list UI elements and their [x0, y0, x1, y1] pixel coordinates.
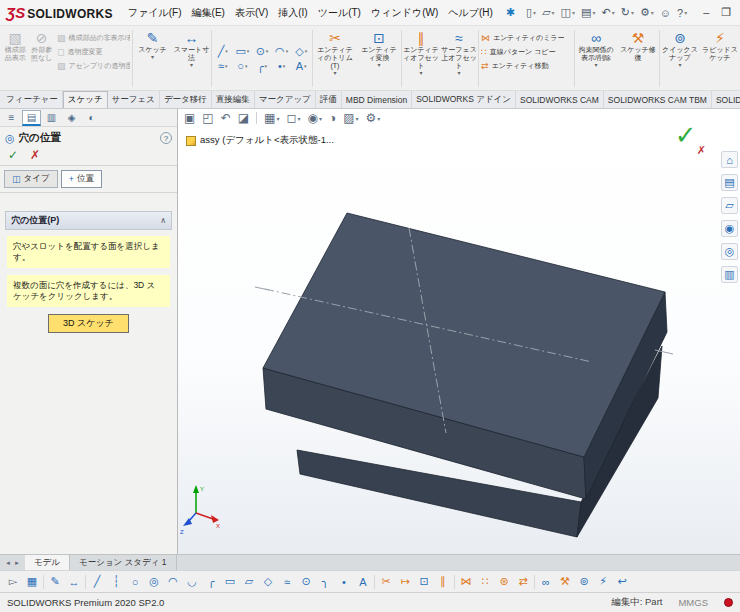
- unit-system-label[interactable]: MMGS: [678, 597, 708, 608]
- help-circle-icon[interactable]: ?: [160, 132, 172, 144]
- tab-solidworks-cam[interactable]: SOLIDWORKS CAM: [516, 91, 604, 108]
- open-button[interactable]: ▱▾: [539, 5, 557, 20]
- view-settings-icon[interactable]: ⚙: [366, 111, 381, 125]
- select-tool-icon[interactable]: ▻: [5, 573, 21, 590]
- tab-sketch[interactable]: スケッチ: [63, 91, 108, 108]
- exit-sketch-icon[interactable]: ↩: [614, 573, 630, 590]
- linear-pattern-button[interactable]: ∷直線パターン コピー: [481, 47, 564, 57]
- model-tab[interactable]: モデル: [25, 555, 70, 570]
- close-button[interactable]: ×: [736, 6, 740, 19]
- tab-scroll-right-icon[interactable]: ►: [14, 560, 20, 566]
- smart-dimension-icon[interactable]: ↔: [66, 573, 82, 590]
- line-tool-button[interactable]: ╱: [214, 45, 232, 58]
- community-icon[interactable]: ◎: [721, 243, 738, 260]
- text-icon[interactable]: A: [355, 573, 371, 590]
- tab-solidworks-cam-tbm[interactable]: SOLIDWORKS CAM TBM: [604, 91, 712, 108]
- cancel-button[interactable]: ✗: [30, 148, 40, 162]
- move-entities-icon[interactable]: ⇄: [515, 573, 531, 590]
- spline-tool-button[interactable]: ≈: [214, 60, 232, 73]
- tab-hole-position[interactable]: + 位置: [61, 170, 102, 188]
- repair-sketch-button[interactable]: ⚒ スケッチ修復: [617, 27, 659, 90]
- configurationmanager-tab[interactable]: ▥: [42, 110, 61, 126]
- line-icon[interactable]: ╱: [89, 573, 105, 590]
- tangent-arc-icon[interactable]: ◡: [184, 573, 200, 590]
- zoom-area-icon[interactable]: ◰: [202, 111, 213, 125]
- hide-show-items-icon[interactable]: ◉: [307, 111, 322, 125]
- help-button[interactable]: ?▾: [674, 6, 690, 20]
- undo-button[interactable]: ↶▾: [598, 5, 617, 20]
- menu-view[interactable]: 表示(V): [230, 3, 273, 23]
- trim-entities-icon[interactable]: ✂: [378, 573, 394, 590]
- tab-data-migration[interactable]: データ移行: [160, 91, 212, 108]
- design-library-icon[interactable]: ▤: [721, 174, 738, 191]
- save-button[interactable]: ◫▾: [558, 5, 578, 20]
- ellipse-tool-button[interactable]: ○: [234, 60, 252, 73]
- minimize-button[interactable]: –: [696, 6, 716, 19]
- dimxpertmanager-tab[interactable]: ◈: [62, 110, 81, 126]
- tab-surfaces[interactable]: サーフェス: [108, 91, 160, 108]
- spline-icon[interactable]: ≈: [279, 573, 295, 590]
- zoom-fit-icon[interactable]: ▣: [184, 111, 195, 125]
- offset-entities-button[interactable]: ∥ エンティティオフセット: [402, 27, 440, 90]
- repair-sketch-icon[interactable]: ⚒: [557, 573, 573, 590]
- resources-icon[interactable]: ◉: [721, 220, 738, 237]
- convert-entities-icon[interactable]: ⊡: [416, 573, 432, 590]
- centerline-icon[interactable]: ┆: [108, 573, 124, 590]
- motion-study-tab[interactable]: モーション スタディ 1: [70, 555, 177, 570]
- file-explorer-icon[interactable]: ▱: [721, 197, 738, 214]
- menu-tools[interactable]: ツール(T): [313, 3, 366, 23]
- sketch-icon[interactable]: ✎: [47, 573, 63, 590]
- sketch-fillet-icon[interactable]: ╮: [317, 573, 333, 590]
- no-external-reference-button[interactable]: ⊘ 外部参照なし: [28, 27, 54, 90]
- point-tool-button[interactable]: •: [273, 60, 291, 73]
- menu-window[interactable]: ウィンドウ(W): [366, 3, 443, 23]
- display-relations-icon[interactable]: ∞: [538, 573, 554, 590]
- circle-tool-button[interactable]: ⊙: [253, 45, 271, 58]
- grid-snap-icon[interactable]: ▦: [24, 573, 40, 590]
- rapid-sketch-button[interactable]: ⚡ ラピッドスケッチ: [700, 27, 740, 90]
- display-style-icon[interactable]: ◻: [286, 111, 300, 125]
- tab-mbd-dimension[interactable]: MBD Dimension: [342, 91, 412, 108]
- trim-entities-button[interactable]: ✂ エンティティのトリム(T): [313, 27, 357, 90]
- ellipse-icon[interactable]: ⊙: [298, 573, 314, 590]
- smart-dimension-button[interactable]: ↔ スマート寸法: [172, 27, 211, 90]
- login-button[interactable]: ☺: [657, 6, 674, 20]
- tab-features[interactable]: フィーチャー: [2, 91, 63, 108]
- polygon-icon[interactable]: ◇: [260, 573, 276, 590]
- assembly-transparency-button[interactable]: ▨アセンブリの透明度: [57, 61, 130, 71]
- hole-position-group-header[interactable]: 穴の位置(P) ∧: [5, 211, 172, 230]
- cancel-sketch-button[interactable]: ✗: [697, 144, 706, 157]
- component-display-button[interactable]: ▧ 構成部品表示: [2, 27, 28, 90]
- model-view[interactable]: Y X Z: [178, 109, 740, 554]
- featuremanager-tree-tab[interactable]: ≡: [2, 110, 21, 126]
- linear-pattern-icon[interactable]: ∷: [477, 573, 493, 590]
- circle-icon[interactable]: ○: [127, 573, 143, 590]
- menu-edit[interactable]: 編集(E): [187, 3, 230, 23]
- rapid-sketch-icon[interactable]: ⚡: [595, 573, 611, 590]
- 3d-sketch-button[interactable]: 3D スケッチ: [48, 314, 129, 333]
- print-button[interactable]: ▤▾: [578, 5, 598, 20]
- section-view-icon[interactable]: ◪: [238, 111, 249, 125]
- tab-markup[interactable]: マークアップ: [255, 91, 316, 108]
- sketch-button[interactable]: ✎ スケッチ: [133, 27, 172, 90]
- three-point-arc-icon[interactable]: ╭: [203, 573, 219, 590]
- tab-evaluate[interactable]: 評価: [316, 91, 342, 108]
- point-icon[interactable]: •: [336, 573, 352, 590]
- corner-rectangle-icon[interactable]: ▭: [222, 573, 238, 590]
- menu-file[interactable]: ファイル(F): [123, 3, 187, 23]
- view-orientation-icon[interactable]: ▦: [264, 111, 279, 125]
- arc-tool-button[interactable]: ◠: [273, 45, 291, 58]
- centerpoint-arc-icon[interactable]: ◠: [165, 573, 181, 590]
- tab-solidworks-addins[interactable]: SOLIDWORKS アドイン: [412, 91, 516, 108]
- graphics-area[interactable]: Y X Z ▣ ◰ ↶ ◪ ▦ ◻ ◉ ◑ ▨ ⚙ assy (デフォルト<表示…: [178, 109, 740, 554]
- restore-button[interactable]: ❐: [716, 6, 736, 19]
- fillet-tool-button[interactable]: ╭: [253, 60, 271, 73]
- convert-entities-button[interactable]: ⊡ エンティティ変換: [357, 27, 401, 90]
- rebuild-button[interactable]: ↻▾: [618, 5, 637, 20]
- tab-hole-type[interactable]: ◫ タイプ: [4, 170, 58, 188]
- change-transparency-button[interactable]: ◻透明度変更: [57, 47, 130, 57]
- apply-scene-icon[interactable]: ▨: [343, 111, 358, 125]
- tab-solidworks-inspection[interactable]: SOLIDWORKS Inspection: [712, 91, 740, 108]
- mirror-entities-icon[interactable]: ⋈: [458, 573, 474, 590]
- new-document-button[interactable]: ▯▾: [523, 5, 539, 20]
